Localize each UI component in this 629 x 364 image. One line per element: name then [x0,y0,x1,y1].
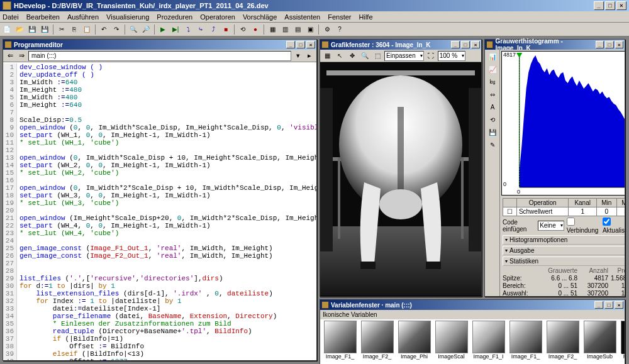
gfx-fit-icon[interactable]: ⛶ [425,50,437,62]
thumb-6[interactable]: Image_F2_ [545,321,580,360]
gfx-zoomwin-icon[interactable]: ⬚ [372,50,383,62]
step-into-icon[interactable]: ⤷ [195,24,206,35]
hist-row-threshold[interactable]: ☐ Schwellwert 1 0 51 [503,207,625,216]
var-maximize-button[interactable]: □ [604,301,613,309]
path-dropdown-icon[interactable]: ▾ [294,52,303,60]
thumb-2[interactable]: Image_Phi [397,321,431,360]
sec-histogrammoptionen[interactable]: Histogrammoptionen [503,235,625,245]
hist-tool-pick-icon[interactable]: ✎ [486,139,499,150]
editor-icon [4,41,12,48]
sec-statistiken[interactable]: Statistiken [503,256,625,266]
code-area[interactable]: 1dev_close_window ( )2dev_update_off ( )… [3,62,316,360]
window2-icon[interactable]: ▥ [279,24,291,35]
redo-icon[interactable]: ↷ [111,24,122,35]
thumb-1[interactable]: Image_F2_ [360,321,394,360]
iconic-variable-strip[interactable]: Image_F1_Image_F2_Image_PhiImageScalImag… [320,319,625,364]
hist-tool-reset-icon[interactable]: ⟲ [486,114,499,125]
copy-icon[interactable]: ⎘ [69,24,80,35]
maximize-button[interactable]: □ [605,1,615,10]
editor-minimize-button[interactable]: _ [286,41,295,48]
help-icon[interactable]: ? [334,24,345,35]
menu-assistenten[interactable]: Assistenten [284,13,320,21]
thumb-4[interactable]: Image_F1_I [471,321,506,360]
hist-close-button[interactable]: × [615,41,623,48]
gfx-zoom-dropdown[interactable]: 100 % [438,51,465,61]
new-file-icon[interactable]: 📄 [1,24,13,35]
thumb-8[interactable]: Region_Lo [620,321,625,360]
save-icon[interactable]: 💾 [26,24,38,35]
menu-bearbeiten[interactable]: Bearbeiten [26,13,60,21]
var-close-button[interactable]: × [615,301,623,309]
hist-tool-range-icon[interactable]: ⇔ [486,89,499,100]
gfx-minimize-button[interactable]: _ [451,41,460,48]
menu-hilfe[interactable]: Hilfe [359,13,373,21]
hist-row-checkbox[interactable]: ☐ [503,207,517,216]
main-toolbar: 📄 📂 💾 💾 ✂ ⎘ 📋 ↶ ↷ 🔍 🔎 ▶ ▶| ⤵ ⤷ ⤴ ■ ⟲ ● ▦… [0,23,629,36]
editor-close-button[interactable]: × [306,41,315,48]
hist-tool-chart-icon[interactable]: 📊 [486,51,499,62]
hist-tool-auto-icon[interactable]: A [486,101,499,113]
cut-icon[interactable]: ✂ [56,24,67,35]
repeat-find-icon[interactable]: 🔎 [140,24,152,35]
code-insert-dropdown[interactable]: Keine [538,221,564,231]
window3-icon[interactable]: ▤ [292,24,303,35]
menu-vorschlaege[interactable]: Vorschläge [243,13,277,21]
hist-tool-line-icon[interactable]: 📈 [486,63,499,75]
hist-th-min: Min [596,199,616,207]
sec-ausgabe[interactable]: Ausgabe [503,246,625,255]
thumb-0[interactable]: Image_F1_ [323,321,357,360]
thumb-5[interactable]: Image_F1_ [508,321,543,360]
procedure-icon[interactable]: ⚙ [321,24,333,35]
gfx-clear-icon[interactable]: ▦ [321,50,333,62]
thumb-3[interactable]: ImageScal [434,321,469,360]
nav-fwd-icon[interactable]: ⇒ [17,52,26,60]
menu-visualisierung[interactable]: Visualisierung [106,13,149,21]
variable-titlebar[interactable]: Variablenfenster · main (:::) _ □ × [320,300,625,310]
minimize-button[interactable]: _ [594,1,604,10]
reset-icon[interactable]: ⟲ [237,24,248,35]
hist-tool-save-icon[interactable]: 💾 [486,126,499,138]
gfx-fit-dropdown[interactable]: Einpassen [384,51,424,61]
gfx-image-view[interactable] [320,62,481,296]
menu-datei[interactable]: Datei [3,13,19,21]
hist-maximize-button[interactable]: □ [605,41,613,48]
save-all-icon[interactable]: 💾 [39,24,50,35]
histogram-titlebar[interactable]: Grauwerthistogramm - Image_In_K _ □ × [485,40,625,50]
gfx-move-icon[interactable]: ✥ [347,50,358,62]
undo-icon[interactable]: ↶ [98,24,109,35]
step-over-icon[interactable]: ⤵ [182,24,194,35]
gfx-zoom-icon[interactable]: 🔍 [359,50,370,62]
menu-ausfuehren[interactable]: Ausführen [67,13,99,21]
run-step-icon[interactable]: ▶| [170,24,181,35]
find-icon[interactable]: 🔍 [128,24,139,35]
open-file-icon[interactable]: 📂 [14,24,25,35]
gfx-maximize-button[interactable]: □ [461,41,470,48]
close-button[interactable]: × [616,1,626,10]
step-out-icon[interactable]: ⤴ [208,24,219,35]
program-editor-titlebar[interactable]: Programmeditor _ □ × [3,40,316,50]
procedure-path-input[interactable]: main (:::) [28,51,291,61]
run-icon[interactable]: ▶ [157,24,169,35]
thumb-7[interactable]: ImageSub [582,321,617,360]
stop-icon[interactable]: ■ [220,24,231,35]
window4-icon[interactable]: ▣ [304,24,316,35]
chk-aktualisieren[interactable]: Aktualisieren [603,218,625,234]
hist-minimize-button[interactable]: _ [596,41,604,48]
hist-row-min: 0 [596,207,616,216]
histogram-plot[interactable]: 4817 0 0 51 51 [501,51,625,196]
var-minimize-button[interactable]: _ [594,301,603,309]
breakpoint-icon[interactable]: ● [250,24,261,35]
gfx-close-button[interactable]: × [471,41,480,48]
menu-fenster[interactable]: Fenster [328,13,351,21]
graphic-titlebar[interactable]: Grafikfenster : 3604 - Image_In_K _ □ × [320,40,481,50]
chk-verbindung[interactable]: Verbindung [567,218,600,234]
menu-operatoren[interactable]: Operatoren [200,13,235,21]
editor-maximize-button[interactable]: □ [296,41,305,48]
window-icon[interactable]: ▦ [267,24,278,35]
nav-extra-icon[interactable]: ▸ [305,52,314,60]
hist-tool-log-icon[interactable]: ㏒ [486,76,499,87]
paste-icon[interactable]: 📋 [81,24,92,35]
gfx-pointer-icon[interactable]: ↖ [334,50,345,62]
menu-prozeduren[interactable]: Prozeduren [157,13,192,21]
nav-back-icon[interactable]: ⇐ [6,52,14,60]
